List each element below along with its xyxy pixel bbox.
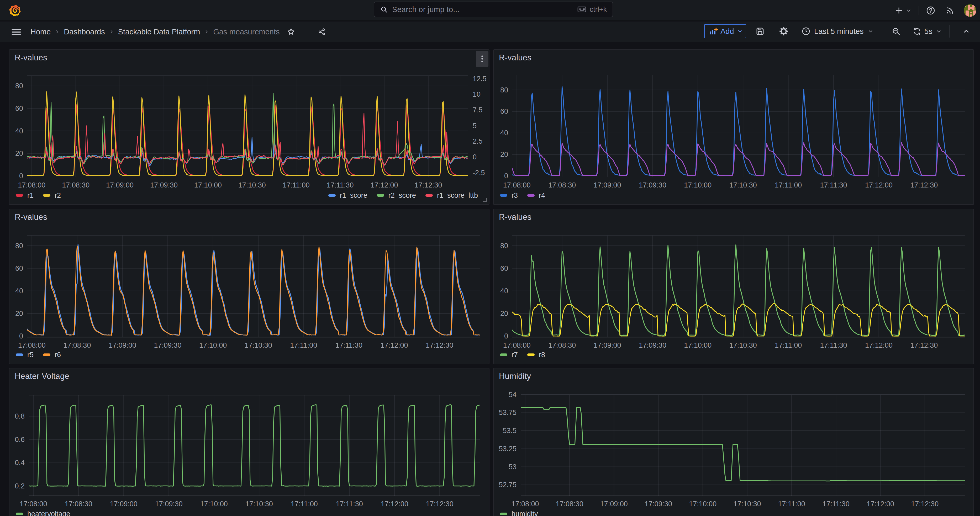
y-axis-label: 53.25 [499, 445, 517, 453]
y-axis-right-label: 5 [473, 122, 477, 130]
series-line-r3 [512, 86, 965, 176]
grafana-logo-icon[interactable] [9, 4, 21, 18]
y-axis-right-label: 12.5 [473, 75, 487, 83]
legend-item-r6[interactable]: r6 [43, 351, 61, 359]
y-axis-right-label: 0 [473, 153, 477, 161]
legend-item-r1_score[interactable]: r1_score [328, 191, 368, 199]
y-axis-label: 0.2 [15, 482, 25, 490]
x-axis-label: 17:12:00 [865, 181, 892, 189]
legend-swatch [16, 194, 23, 197]
legend-item-r7[interactable]: r7 [500, 351, 518, 359]
time-range-picker[interactable]: Last 5 minutes [802, 27, 874, 36]
x-axis-label: 17:11:00 [778, 500, 805, 508]
y-axis-right-label: 2.5 [473, 137, 483, 145]
grid-lines [512, 75, 965, 177]
y-axis-label: 40 [500, 129, 508, 137]
help-button[interactable] [926, 6, 935, 15]
time-series-chart[interactable]: 020406080-2.502.557.51012.517:08:0017:08… [10, 50, 489, 204]
dashboard-settings-button[interactable] [779, 27, 788, 36]
x-axis-label: 17:12:00 [381, 500, 408, 508]
legend-label: r2 [54, 191, 61, 199]
x-axis-label: 17:08:00 [18, 341, 46, 349]
x-axis-label: 17:08:30 [548, 181, 576, 189]
x-axis-label: 17:09:30 [155, 500, 183, 508]
y-axis-label: 80 [500, 242, 508, 250]
x-axis-label: 17:10:30 [729, 341, 757, 349]
legend-item-r3[interactable]: r3 [500, 191, 518, 199]
x-axis-label: 17:10:30 [729, 181, 757, 189]
clock-icon [802, 27, 810, 36]
y-axis-label: 80 [15, 242, 23, 250]
time-series-chart[interactable]: 02040608017:08:0017:08:3017:09:0017:09:3… [494, 209, 974, 364]
rss-icon [945, 6, 954, 15]
y-axis-label: 20 [15, 310, 23, 317]
legend-item-heatervoltage[interactable]: heatervoltage [16, 510, 70, 516]
time-range-label: Last 5 minutes [814, 27, 864, 36]
add-button[interactable]: Add [704, 24, 746, 38]
dashboard-toolbar: HomeDashboardsStackable Data PlatformGas… [0, 22, 980, 42]
legend-swatch [500, 354, 508, 356]
user-avatar[interactable] [964, 4, 976, 17]
x-axis-label: 17:09:30 [639, 181, 667, 189]
time-series-chart[interactable]: 0.20.40.60.817:08:0017:08:3017:09:0017:0… [10, 368, 489, 516]
legend-item-r5[interactable]: r5 [16, 351, 33, 359]
panel-humidity: Humidity52.755353.2553.553.755417:08:001… [493, 368, 974, 516]
save-dashboard-button[interactable] [755, 27, 765, 36]
legend-swatch [500, 194, 508, 197]
panel-heater-voltage: Heater Voltage0.20.40.60.817:08:0017:08:… [9, 368, 490, 516]
legend-item-humidity[interactable]: humidity [500, 510, 538, 516]
search-icon [380, 5, 388, 13]
time-series-chart[interactable]: 52.755353.2553.553.755417:08:0017:08:301… [494, 368, 974, 516]
collapse-controls-button[interactable] [963, 27, 970, 35]
legend-item-r1_score_lttb[interactable]: r1_score_lttb [425, 191, 478, 199]
new-menu-button[interactable] [894, 6, 912, 15]
panel-legend: r5r6 [16, 350, 70, 359]
y-axis-label: 40 [15, 127, 23, 135]
y-axis-label: 40 [15, 287, 23, 295]
refresh-picker[interactable]: 5s [913, 27, 942, 36]
series-line-r5 [27, 244, 480, 335]
x-axis-label: 17:10:00 [689, 500, 716, 508]
legend-item-r1[interactable]: r1 [16, 191, 33, 199]
news-button[interactable] [945, 6, 954, 15]
legend-item-r8[interactable]: r8 [527, 351, 545, 359]
y-axis-label: 80 [15, 82, 23, 90]
x-axis-label: 17:12:00 [370, 181, 398, 189]
chevron-down-icon [935, 28, 942, 34]
x-axis-label: 17:10:00 [199, 341, 227, 349]
panel-r-values: R-values020406080-2.502.557.51012.517:08… [9, 49, 490, 205]
legend-swatch [500, 513, 508, 515]
search-input[interactable]: Search or jump to... ctrl+k [374, 2, 613, 18]
grid-lines [512, 236, 965, 337]
panel-resize-handle[interactable] [483, 198, 486, 202]
top-nav-actions [894, 0, 973, 21]
legend-item-r4[interactable]: r4 [527, 191, 545, 199]
legend-item-r2[interactable]: r2 [43, 191, 61, 199]
series-line-r4 [512, 142, 965, 176]
legend-label: humidity [512, 510, 538, 516]
legend-swatch [527, 194, 535, 197]
top-nav-bar: Search or jump to... ctrl+k [0, 0, 980, 21]
series-line-r7 [512, 245, 965, 335]
time-series-chart[interactable]: 02040608017:08:0017:08:3017:09:0017:09:3… [494, 50, 974, 204]
legend-swatch [527, 354, 535, 356]
time-series-chart[interactable]: 02040608017:08:0017:08:3017:09:0017:09:3… [10, 209, 489, 364]
legend-label: r6 [54, 351, 61, 359]
panel-legend: r1_scorer2_scorer1_score_lttb [319, 191, 478, 200]
kebab-menu-icon [478, 54, 487, 63]
zoom-out-button[interactable] [891, 27, 901, 36]
y-axis-label: 0.6 [15, 436, 25, 444]
search-shortcut: ctrl+k [577, 5, 607, 14]
legend-swatch [377, 194, 384, 197]
x-axis-label: 17:08:00 [18, 181, 45, 189]
x-axis-label: 17:08:30 [548, 341, 576, 349]
y-axis-label: 0.8 [15, 412, 25, 420]
legend-item-r2_score[interactable]: r2_score [377, 191, 416, 199]
add-panel-icon [709, 27, 718, 36]
panel-r-values: R-values02040608017:08:0017:08:3017:09:0… [493, 49, 974, 205]
x-axis-label: 17:12:30 [910, 341, 938, 349]
panel-menu-button[interactable] [476, 51, 488, 67]
x-axis-label: 17:09:00 [593, 181, 621, 189]
x-axis-label: 17:08:00 [503, 181, 531, 189]
grid-lines [27, 76, 468, 177]
